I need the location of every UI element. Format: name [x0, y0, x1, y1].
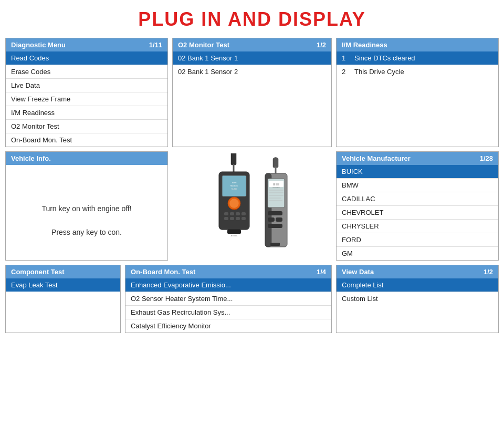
view-data-item-0[interactable]: Complete List	[337, 278, 498, 292]
vehicle-info-line2: Press any key to con.	[51, 228, 122, 236]
vehicle-manufacturer-title: Vehicle Manufacturer	[342, 154, 411, 162]
middle-row: Vehicle Info. Turn key on with engine of…	[5, 151, 499, 261]
svg-text:ML419: ML419	[232, 188, 237, 190]
device-svg: autel MaxiLink ML419 AUTEL	[192, 153, 312, 258]
diagnostic-menu-item-3[interactable]: View Freeze Frame	[6, 92, 167, 106]
view-data-title: View Data	[342, 268, 374, 276]
vehicle-manufacturer-item-5[interactable]: FORD	[337, 233, 498, 247]
svg-text:||||| ||| ||||: ||||| ||| ||||	[273, 183, 279, 185]
diagnostic-menu-item-2[interactable]: Live Data	[6, 79, 167, 92]
im-readiness-num-0: 1	[342, 54, 350, 62]
vehicle-info-panel: Vehicle Info. Turn key on with engine of…	[5, 151, 168, 261]
svg-rect-12	[230, 217, 234, 220]
vehicle-manufacturer-panel: Vehicle Manufacturer 1/28 BUICK BMW CADI…	[336, 151, 499, 261]
bottom-row: Component Test Evap Leak Test On-Board M…	[5, 265, 499, 333]
component-test-panel: Component Test Evap Leak Test	[5, 265, 121, 333]
page-header: PLUG IN AND DISPLAY	[5, 5, 499, 30]
vehicle-manufacturer-item-1[interactable]: BMW	[337, 179, 498, 192]
diagnostic-menu-item-0[interactable]: Read Codes	[6, 51, 167, 65]
component-test-title: Component Test	[11, 268, 65, 276]
vehicle-info-content: Turn key on with engine off! Press any k…	[6, 165, 167, 260]
onboard-mon-title: On-Board Mon. Test	[131, 268, 195, 276]
o2-monitor-page: 1/2	[317, 41, 326, 49]
svg-rect-15	[227, 230, 241, 234]
im-readiness-item-0[interactable]: 1 Since DTCs cleared	[337, 51, 498, 65]
right-device: ||||| ||| |||| XXXXXXXX	[265, 158, 287, 247]
svg-rect-7	[224, 212, 228, 215]
title-part2: DISPLAY	[278, 8, 366, 30]
vehicle-manufacturer-header: Vehicle Manufacturer 1/28	[337, 152, 498, 165]
view-data-header: View Data 1/2	[337, 265, 498, 278]
vehicle-info-line1: Turn key on with engine off!	[41, 204, 131, 213]
device-image-area: autel MaxiLink ML419 AUTEL	[172, 151, 332, 261]
onboard-mon-panel: On-Board Mon. Test 1/4 Enhanced Evaporat…	[125, 265, 332, 333]
vehicle-info-header: Vehicle Info.	[6, 152, 167, 165]
svg-point-6	[229, 199, 239, 208]
top-row: Diagnostic Menu 1/11 Read Codes Erase Co…	[5, 38, 499, 147]
onboard-mon-item-0[interactable]: Enhanced Evaporative Emissio...	[125, 278, 331, 292]
vehicle-manufacturer-item-3[interactable]: CHEVROLET	[337, 206, 498, 220]
svg-text:MaxiLink: MaxiLink	[230, 185, 238, 187]
svg-text:XXXXXXXX: XXXXXXXX	[272, 186, 280, 188]
diagnostic-menu-panel: Diagnostic Menu 1/11 Read Codes Erase Co…	[5, 38, 168, 147]
im-readiness-panel: I/M Readiness 1 Since DTCs cleared 2 Thi…	[336, 38, 499, 147]
diagnostic-menu-item-1[interactable]: Erase Codes	[6, 65, 167, 79]
svg-rect-31	[268, 224, 282, 228]
diagnostic-menu-item-6[interactable]: On-Board Mon. Test	[6, 133, 167, 147]
svg-text:AUTEL: AUTEL	[231, 234, 238, 237]
diagnostic-menu-title: Diagnostic Menu	[11, 41, 66, 49]
diagnostic-menu-item-5[interactable]: O2 Monitor Test	[6, 120, 167, 133]
im-readiness-label-0: Since DTCs cleared	[354, 54, 415, 62]
svg-rect-30	[276, 217, 282, 222]
svg-rect-9	[236, 212, 240, 215]
onboard-mon-item-3[interactable]: Catalyst Efficiency Monitor	[125, 319, 331, 333]
o2-monitor-item-0[interactable]: 02 Bank 1 Sensor 1	[173, 51, 331, 65]
svg-rect-10	[242, 212, 246, 215]
onboard-mon-page: 1/4	[317, 268, 326, 276]
onboard-mon-item-1[interactable]: O2 Sensor Heater System Time...	[125, 292, 331, 306]
o2-monitor-header: O2 Monitor Test 1/2	[173, 38, 331, 51]
vehicle-manufacturer-item-4[interactable]: CHRYSLER	[337, 220, 498, 233]
svg-rect-14	[242, 217, 246, 220]
svg-rect-11	[224, 217, 228, 220]
view-data-page: 1/2	[484, 268, 493, 276]
vehicle-manufacturer-item-6[interactable]: GM	[337, 247, 498, 260]
im-readiness-num-1: 2	[342, 68, 350, 76]
svg-rect-28	[268, 211, 282, 215]
vehicle-manufacturer-item-0[interactable]: BUICK	[337, 165, 498, 179]
left-device: autel MaxiLink ML419 AUTEL	[219, 153, 249, 237]
view-data-panel: View Data 1/2 Complete List Custom List	[336, 265, 499, 333]
svg-rect-13	[236, 217, 240, 220]
svg-rect-29	[268, 217, 275, 222]
diagnostic-menu-page: 1/11	[149, 41, 162, 49]
o2-monitor-panel: O2 Monitor Test 1/2 02 Bank 1 Sensor 1 0…	[172, 38, 332, 147]
im-readiness-title: I/M Readiness	[342, 41, 387, 49]
diagnostic-menu-header: Diagnostic Menu 1/11	[6, 38, 167, 51]
vehicle-info-title: Vehicle Info.	[11, 154, 51, 162]
svg-text:autel: autel	[232, 181, 237, 184]
title-part1: PLUG IN AND	[138, 8, 278, 30]
component-test-header: Component Test	[6, 265, 120, 278]
o2-monitor-title: O2 Monitor Test	[178, 41, 229, 49]
svg-rect-32	[270, 243, 280, 246]
diagnostic-menu-item-4[interactable]: I/M Readiness	[6, 106, 167, 120]
im-readiness-header: I/M Readiness	[337, 38, 498, 51]
onboard-mon-item-2[interactable]: Exhaust Gas Recirculation Sys...	[125, 306, 331, 319]
vehicle-manufacturer-item-2[interactable]: CADILLAC	[337, 192, 498, 206]
o2-monitor-item-1[interactable]: 02 Bank 1 Sensor 2	[173, 65, 331, 78]
main-title: PLUG IN AND DISPLAY	[5, 8, 499, 30]
svg-rect-8	[230, 212, 234, 215]
vehicle-manufacturer-page: 1/28	[480, 154, 493, 162]
im-readiness-item-1[interactable]: 2 This Drive Cycle	[337, 65, 498, 78]
im-readiness-label-1: This Drive Cycle	[354, 68, 404, 76]
component-test-item-0[interactable]: Evap Leak Test	[6, 278, 120, 292]
onboard-mon-header: On-Board Mon. Test 1/4	[125, 265, 331, 278]
view-data-item-1[interactable]: Custom List	[337, 292, 498, 305]
